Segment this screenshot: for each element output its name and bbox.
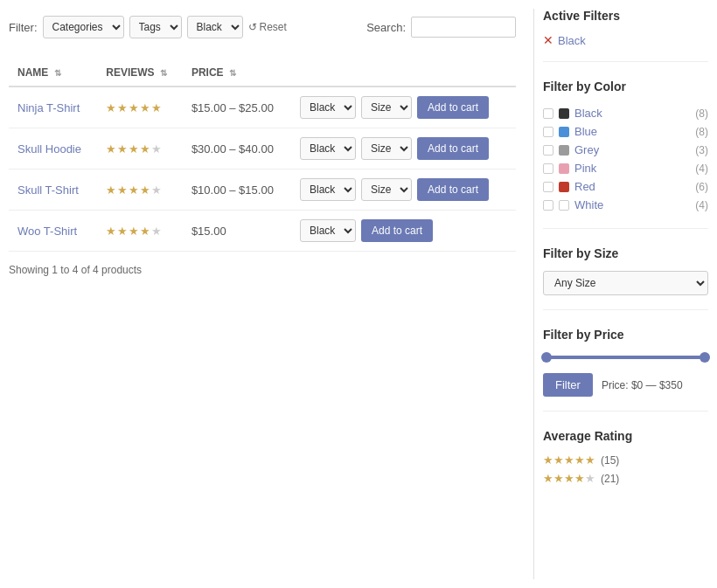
color-filter-link[interactable]: Red — [574, 180, 595, 193]
star-rating: ★★★★★ — [106, 183, 163, 197]
search-input[interactable] — [411, 17, 516, 38]
active-filter-item: ✕ Black — [543, 33, 708, 47]
color-swatch — [559, 127, 569, 137]
star-rating: ★★★★★ — [106, 142, 163, 156]
color-count: (8) — [695, 107, 708, 120]
col-reviews[interactable]: REVIEWS ⇅ — [97, 59, 183, 86]
price-range: $15.00 – $25.00 — [191, 101, 274, 114]
product-name-link[interactable]: Skull T-Shirt — [17, 183, 79, 197]
product-name-link[interactable]: Ninja T-Shirt — [17, 101, 80, 114]
price-slider-fill — [543, 356, 708, 359]
size-variant-select[interactable]: Size — [361, 178, 412, 201]
name-sort-icon: ⇅ — [54, 68, 61, 78]
product-price-cell: $10.00 – $15.00 — [183, 169, 291, 211]
product-name-cell: Ninja T-Shirt — [9, 86, 97, 128]
product-reviews-cell: ★★★★★ — [97, 169, 183, 211]
average-rating-section: Average Rating ★★★★★ (15) ★★★★★ (21) — [543, 429, 708, 504]
color-swatch — [559, 163, 569, 174]
color-filter-left: Grey — [543, 143, 599, 156]
price-range-text: Price: $0 — $350 — [602, 379, 683, 391]
add-to-cart-button[interactable]: Add to cart — [417, 178, 489, 201]
color-filter-link[interactable]: Grey — [574, 143, 599, 156]
color-variant-select[interactable]: Black — [300, 178, 356, 201]
table-row: Ninja T-Shirt ★★★★★ $15.00 – $25.00 Blac… — [9, 86, 516, 128]
color-swatch — [559, 200, 569, 211]
color-filter-select[interactable]: Black — [187, 16, 243, 38]
color-checkbox[interactable] — [543, 163, 553, 174]
filter-by-color-section: Filter by Color Black (8) Blue (8) Grey … — [543, 80, 708, 229]
col-price[interactable]: PRICE ⇅ — [183, 59, 291, 86]
color-swatch — [559, 108, 569, 119]
product-price-cell: $30.00 – $40.00 — [183, 128, 291, 169]
active-filters-title: Active Filters — [543, 9, 708, 23]
reset-button[interactable]: ↺ Reset — [248, 21, 287, 33]
color-filter-item: Grey (3) — [543, 141, 708, 159]
color-filter-link[interactable]: White — [574, 198, 603, 211]
color-filter-item: White (4) — [543, 196, 708, 214]
col-name[interactable]: NAME ⇅ — [9, 59, 97, 86]
size-variant-select[interactable]: Size — [361, 137, 412, 160]
table-row: Skull Hoodie ★★★★★ $30.00 – $40.00 Black… — [9, 128, 516, 169]
color-variant-select[interactable]: Black — [300, 137, 356, 160]
filter-by-size-title: Filter by Size — [543, 246, 708, 260]
product-name-link[interactable]: Skull Hoodie — [17, 142, 81, 156]
price-filter-row: Filter Price: $0 — $350 — [543, 373, 708, 397]
reviews-sort-icon: ⇅ — [160, 68, 167, 78]
table-row: Woo T-Shirt ★★★★★ $15.00 Black Add to ca… — [9, 211, 516, 252]
table-row: Skull T-Shirt ★★★★★ $10.00 – $15.00 Blac… — [9, 169, 516, 211]
color-checkbox[interactable] — [543, 145, 553, 156]
filter-by-price-section: Filter by Price Filter Price: $0 — $350 — [543, 328, 708, 412]
category-select[interactable]: Categories — [43, 16, 124, 38]
color-count: (8) — [695, 126, 708, 138]
filter-by-color-title: Filter by Color — [543, 80, 708, 93]
color-filter-left: Black — [543, 107, 602, 120]
tags-select[interactable]: Tags — [129, 16, 182, 38]
product-actions-cell: Black Size Add to cart — [291, 169, 516, 211]
color-filter-link[interactable]: Blue — [574, 125, 597, 138]
color-count: (6) — [695, 181, 708, 193]
color-swatch — [559, 182, 569, 192]
color-checkbox[interactable] — [543, 127, 553, 137]
col-actions — [291, 59, 516, 86]
color-variant-select[interactable]: Black — [300, 96, 356, 119]
color-count: (4) — [695, 199, 708, 211]
color-filter-item: Black (8) — [543, 104, 708, 122]
color-variant-select[interactable]: Black — [300, 219, 356, 242]
price-filter-button[interactable]: Filter — [543, 373, 593, 397]
active-filter-link[interactable]: Black — [558, 34, 586, 47]
reset-icon: ↺ — [248, 21, 257, 33]
color-checkbox[interactable] — [543, 200, 553, 211]
price-slider-handle-right[interactable] — [700, 352, 710, 363]
showing-text: Showing 1 to 4 of 4 products — [9, 264, 516, 276]
color-filter-link[interactable]: Black — [574, 107, 602, 120]
rating-count: (15) — [601, 454, 619, 467]
star-rating: ★★★★★ — [106, 101, 163, 114]
price-slider-container — [543, 356, 708, 359]
product-actions-cell: Black Size Add to cart — [291, 86, 516, 128]
price-sort-icon: ⇅ — [229, 68, 236, 78]
product-price-cell: $15.00 – $25.00 — [183, 86, 291, 128]
filter-by-size-section: Filter by Size Any Size Small Medium Lar… — [543, 246, 708, 310]
add-to-cart-button[interactable]: Add to cart — [417, 137, 489, 160]
price-range: $15.00 — [191, 225, 226, 238]
color-filter-link[interactable]: Pink — [574, 162, 596, 175]
price-slider-handle-left[interactable] — [541, 352, 552, 363]
remove-filter-button[interactable]: ✕ — [543, 33, 553, 47]
size-variant-select[interactable]: Size — [361, 96, 412, 119]
add-to-cart-button[interactable]: Add to cart — [361, 219, 433, 242]
color-filter-item: Pink (4) — [543, 159, 708, 177]
color-filter-left: Blue — [543, 125, 597, 138]
color-count: (4) — [695, 163, 708, 175]
size-select[interactable]: Any Size Small Medium Large XL — [543, 271, 708, 295]
color-checkbox[interactable] — [543, 182, 553, 192]
color-checkbox[interactable] — [543, 108, 553, 119]
product-reviews-cell: ★★★★★ — [97, 211, 183, 252]
product-name-link[interactable]: Woo T-Shirt — [17, 225, 77, 238]
product-price-cell: $15.00 — [183, 211, 291, 252]
add-to-cart-button[interactable]: Add to cart — [417, 96, 489, 119]
product-reviews-cell: ★★★★★ — [97, 86, 183, 128]
rating-filter-item: ★★★★★ (15) — [543, 453, 708, 467]
color-filter-item: Blue (8) — [543, 122, 708, 141]
filter-label: Filter: — [9, 21, 38, 34]
price-range: $30.00 – $40.00 — [191, 142, 274, 156]
